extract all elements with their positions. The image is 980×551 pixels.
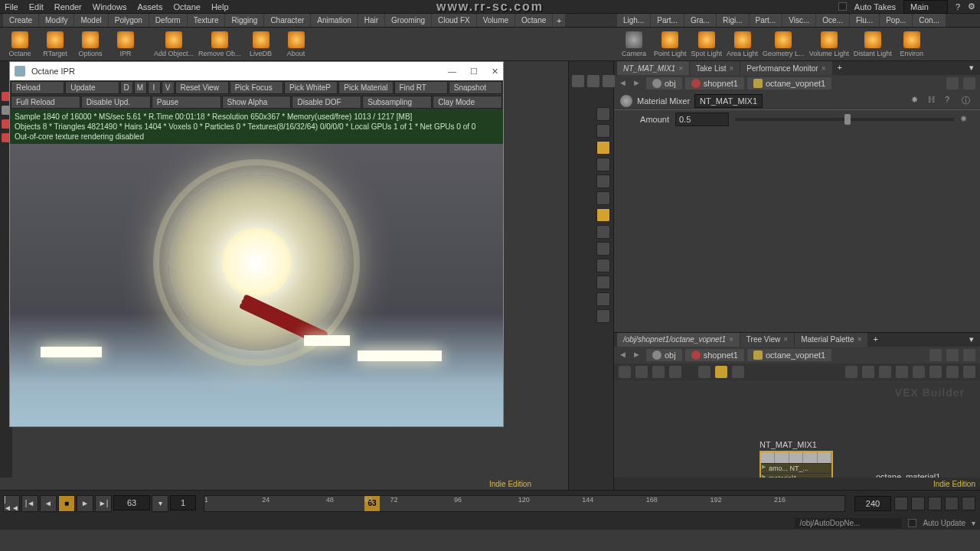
menu-windows[interactable]: Windows	[93, 2, 127, 11]
shelf-tab[interactable]: Octane	[515, 14, 552, 27]
first-frame-button[interactable]: |◄◄	[3, 495, 20, 512]
stop-button[interactable]: ■	[58, 495, 75, 512]
close-tab-icon[interactable]: ×	[822, 64, 826, 73]
shelf-tab[interactable]: Con...	[913, 14, 946, 27]
tab-mat-palette[interactable]: Material Palette×	[795, 333, 867, 347]
pick-focus-button[interactable]: Pick Focus	[230, 81, 283, 94]
grid-icon[interactable]	[929, 366, 942, 378]
menu-octane[interactable]: Octane	[173, 2, 200, 11]
play-button[interactable]: ►	[77, 495, 93, 512]
pin-icon[interactable]	[946, 77, 959, 90]
grid-icon[interactable]	[913, 366, 925, 378]
ipr-titlebar[interactable]: Octane IPR — ☐ ✕	[10, 62, 503, 80]
timeline-track[interactable]: 63 12448637296120144168192216	[204, 495, 845, 512]
help-icon[interactable]: ?	[956, 2, 960, 11]
take-dropdown[interactable]: Main	[903, 0, 948, 14]
tab-take-list[interactable]: Take List×	[690, 61, 740, 75]
shelf-tab[interactable]: Grooming	[385, 14, 431, 27]
vp-tool-icon[interactable]	[596, 259, 610, 272]
list-view-icon[interactable]	[619, 366, 631, 378]
vp-tool-icon[interactable]	[596, 225, 610, 239]
align-icon[interactable]	[862, 366, 874, 378]
tool-octane[interactable]: Octane	[5, 31, 35, 57]
close-tab-icon[interactable]: ×	[729, 335, 733, 344]
m-toggle[interactable]: M	[134, 81, 147, 94]
shelf-tab[interactable]: Pop...	[880, 14, 912, 27]
vp-tool-icon[interactable]	[596, 309, 610, 323]
realtime-icon[interactable]	[911, 497, 925, 510]
v-toggle[interactable]: V	[162, 81, 175, 94]
menu-file[interactable]: File	[5, 2, 18, 11]
gear-icon[interactable]	[963, 77, 975, 90]
tool-spot-light[interactable]: Spot Light	[691, 31, 723, 57]
end-frame-field[interactable]	[854, 496, 891, 511]
settings-icon[interactable]: ⚙	[968, 2, 975, 11]
node-name-field[interactable]: NT_MAT_MIX1	[694, 94, 763, 108]
display-icon[interactable]	[596, 208, 610, 222]
add-tab[interactable]: +	[833, 61, 847, 75]
vp-tool-icon[interactable]	[596, 158, 610, 171]
tool-area-light[interactable]: Area Light	[727, 31, 758, 57]
menu-help[interactable]: Help	[211, 2, 229, 11]
add-tab[interactable]: +	[868, 333, 882, 347]
d-toggle[interactable]: D	[120, 81, 133, 94]
close-tab-icon[interactable]: ×	[783, 335, 788, 344]
loop-icon[interactable]	[894, 497, 908, 510]
find-rt-button[interactable]: Find RT	[394, 81, 448, 94]
shelf-tab[interactable]: Oce...	[816, 14, 849, 27]
tool-options[interactable]: Options	[75, 31, 106, 57]
full-reload-button[interactable]: Full Reload	[11, 96, 80, 109]
shelf-tab[interactable]: Model	[74, 14, 107, 27]
layout-icon[interactable]	[698, 366, 710, 378]
shelf-tab[interactable]: Polygon	[109, 14, 149, 27]
tool-ipr[interactable]: IPR	[110, 31, 141, 57]
path-obj[interactable]: obj	[646, 77, 682, 90]
frame-menu[interactable]: ▾	[152, 495, 168, 512]
step-back-button[interactable]: ◄	[40, 495, 57, 512]
search-icon[interactable]	[946, 366, 959, 378]
info-icon[interactable]: ⓘ	[962, 95, 974, 107]
disable-dof-button[interactable]: Disable DOF	[292, 96, 361, 109]
vp-tool-icon[interactable]	[596, 276, 610, 289]
tool-point-light[interactable]: Point Light	[654, 31, 687, 57]
vp-tool-icon[interactable]	[596, 191, 610, 205]
display-icon[interactable]	[572, 75, 584, 87]
filter-icon[interactable]: ℍ	[928, 95, 940, 107]
slider-thumb[interactable]	[844, 114, 851, 125]
maximize-icon[interactable]: ☐	[470, 67, 478, 77]
menu-assets[interactable]: Assets	[137, 2, 162, 11]
reload-button[interactable]: Reload	[11, 81, 64, 94]
grid-view-icon[interactable]	[669, 366, 681, 378]
close-icon[interactable]: ✕	[492, 67, 498, 77]
forward-icon[interactable]: ►	[632, 350, 643, 360]
sticky-note-icon[interactable]	[715, 366, 727, 378]
prev-key-button[interactable]: |◄	[21, 495, 38, 512]
shelf-tab[interactable]: Character	[264, 14, 310, 27]
forward-icon[interactable]: ►	[632, 78, 643, 89]
tool-rtarget[interactable]: RTarget	[40, 31, 70, 57]
ipr-render-view[interactable]	[10, 144, 503, 426]
auto-update-checkbox[interactable]	[908, 519, 916, 527]
tool-remove-object[interactable]: Remove Ob...	[198, 31, 241, 57]
close-tab-icon[interactable]: ×	[858, 335, 862, 344]
pin-icon[interactable]	[929, 349, 942, 361]
tab-tree-view[interactable]: Tree View×	[740, 333, 794, 347]
start-frame-field[interactable]	[170, 495, 196, 510]
node-input[interactable]: amo... NT_...	[761, 463, 831, 473]
node-octane-material[interactable]: octane_material1 material medium	[876, 472, 949, 478]
shelf-tab[interactable]: Rigi...	[717, 14, 749, 27]
nodegraph-canvas[interactable]: VEX Builder NT_MAT_MIX1 amo... NT_... ma…	[614, 380, 980, 478]
shelf-tab[interactable]: Animation	[311, 14, 357, 27]
shelf-tab[interactable]: Gra...	[684, 14, 716, 27]
i-toggle[interactable]: I	[148, 81, 161, 94]
close-tab-icon[interactable]: ×	[678, 64, 683, 73]
back-icon[interactable]: ◄	[619, 350, 629, 360]
display-icon[interactable]	[603, 75, 615, 87]
align-icon[interactable]	[845, 366, 858, 378]
tool-camera[interactable]: Camera	[619, 31, 649, 57]
display-icon[interactable]	[587, 75, 599, 87]
subsampling-button[interactable]: Subsampling	[362, 96, 432, 109]
tab-mat-mix[interactable]: NT_MAT_MIX1×	[617, 61, 689, 75]
pane-menu-icon[interactable]: ▾	[969, 63, 974, 73]
tool-geometry-light[interactable]: Geometry L...	[763, 31, 805, 57]
